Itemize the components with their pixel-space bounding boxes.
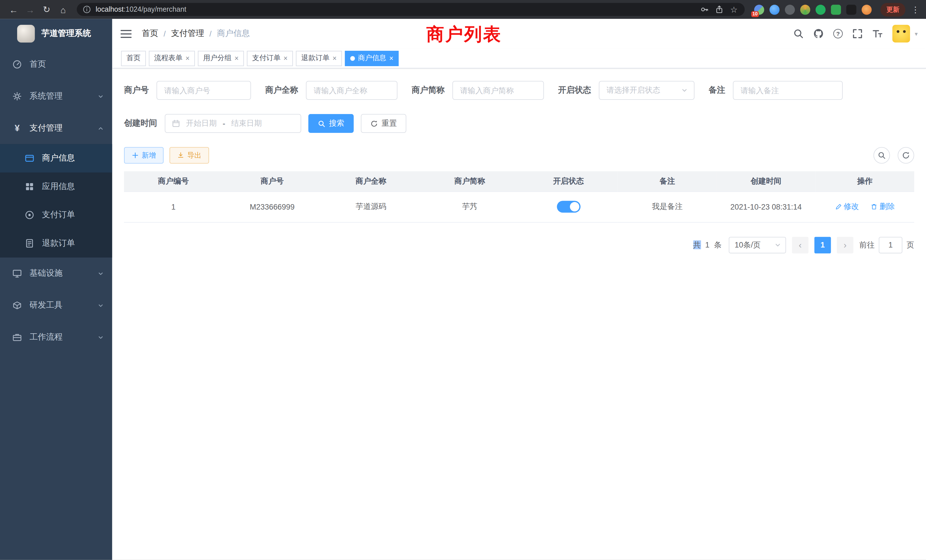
extension-icon-1[interactable]: 10 [754, 5, 764, 15]
search-button[interactable]: 搜索 [308, 114, 354, 133]
back-icon[interactable]: ← [6, 2, 21, 17]
chevron-down-icon [97, 270, 104, 277]
password-key-icon[interactable] [701, 5, 709, 14]
tab-merchant-info[interactable]: 商户信息 × [345, 50, 399, 66]
column-header: 创建时间 [717, 171, 816, 191]
address-bar[interactable]: localhost :1024/pay/merchant ☆ [77, 3, 745, 16]
reset-button-label: 重置 [381, 118, 397, 129]
status-select[interactable]: 请选择开启状态 [599, 81, 694, 100]
search-icon[interactable] [793, 28, 804, 39]
avatar-caret-icon[interactable]: ▾ [915, 30, 918, 37]
tab-process-form[interactable]: 流程表单 × [149, 50, 195, 66]
github-icon[interactable] [813, 28, 824, 39]
share-icon[interactable] [715, 5, 723, 14]
create-time-range-picker[interactable]: 开始日期 - 结束日期 [165, 114, 301, 133]
chevron-down-icon [97, 302, 104, 309]
goto-page-input[interactable] [879, 237, 902, 253]
sidebar-item-app-info[interactable]: 应用信息 [0, 173, 112, 201]
merchant-no-input[interactable] [156, 81, 251, 100]
column-header: 开启状态 [519, 171, 618, 191]
sidebar-item-home[interactable]: 首页 [0, 48, 112, 80]
sidebar-item-dev-tools[interactable]: 研发工具 [0, 289, 112, 321]
status-toggle[interactable] [557, 201, 581, 212]
column-header: 操作 [816, 171, 914, 191]
browser-update-button[interactable]: 更新 [881, 3, 905, 16]
sidebar-item-refund-order[interactable]: 退款订单 [0, 229, 112, 257]
tab-close-icon[interactable]: × [389, 55, 393, 62]
sidebar-item-merchant-info[interactable]: 商户信息 [0, 144, 112, 172]
page-size-value: 10条/页 [735, 239, 761, 250]
sidebar-item-label: 商户信息 [42, 153, 104, 163]
reset-button[interactable]: 重置 [361, 114, 407, 133]
extension-icon-4[interactable] [800, 5, 810, 15]
browser-menu-icon[interactable]: ⋮ [911, 5, 920, 14]
add-button[interactable]: 新增 [124, 147, 163, 163]
tab-home[interactable]: 首页 [121, 50, 146, 66]
extension-icon-5[interactable] [816, 5, 826, 15]
extension-icon-7[interactable] [846, 5, 856, 15]
tab-refund-order[interactable]: 退款订单 × [296, 50, 342, 66]
sidebar-item-label: 退款订单 [42, 238, 104, 249]
sidebar-item-pay-order[interactable]: 支付订单 [0, 201, 112, 229]
sidebar-item-system[interactable]: 系统管理 [0, 80, 112, 112]
tab-close-icon[interactable]: × [235, 55, 239, 62]
breadcrumb-payment[interactable]: 支付管理 [171, 28, 204, 39]
filter-label-merchant-no: 商户号 [124, 85, 149, 95]
prev-page-button[interactable]: ‹ [792, 237, 808, 253]
delete-link[interactable]: 删除 [871, 201, 895, 212]
page-size-select[interactable]: 10条/页 [729, 237, 786, 253]
bookmark-star-icon[interactable]: ☆ [730, 5, 738, 14]
status-select-placeholder: 请选择开启状态 [607, 85, 660, 95]
tab-close-icon[interactable]: × [185, 55, 189, 62]
refresh-button[interactable] [898, 147, 914, 163]
forward-icon[interactable]: → [23, 2, 38, 17]
column-header: 商户全称 [322, 171, 420, 191]
extension-icon-3[interactable] [785, 5, 795, 15]
extension-icon-2[interactable] [770, 5, 779, 15]
tab-close-icon[interactable]: × [333, 55, 337, 62]
font-size-icon[interactable] [872, 28, 883, 39]
sidebar-item-label: 研发工具 [30, 300, 97, 310]
payment-submenu: 商户信息 应用信息 支付订单 [0, 144, 112, 257]
toggle-search-button[interactable] [873, 147, 890, 163]
start-date-placeholder: 开始日期 [186, 118, 217, 129]
sidebar-item-payment[interactable]: ¥ 支付管理 [0, 112, 112, 144]
sidebar-item-workflow[interactable]: 工作流程 [0, 321, 112, 353]
fullscreen-icon[interactable] [852, 28, 863, 39]
tab-user-group[interactable]: 用户分组 × [198, 50, 244, 66]
merchant-page: 商户号 商户全称 商户简称 开启状态 请选择开启状态 [112, 68, 926, 560]
extension-icon-8[interactable] [862, 5, 872, 15]
edit-link[interactable]: 修改 [835, 201, 859, 212]
app-header: 首页 / 支付管理 / 商户信息 ? [112, 19, 926, 48]
remark-input[interactable] [733, 81, 843, 100]
help-icon[interactable]: ? [833, 29, 843, 38]
user-avatar[interactable] [892, 25, 910, 42]
site-info-icon[interactable] [83, 5, 91, 14]
tab-pay-order[interactable]: 支付订单 × [247, 50, 293, 66]
logo-avatar [17, 25, 35, 42]
merchant-short-name-input[interactable] [452, 81, 544, 100]
search-button-label: 搜索 [329, 118, 344, 129]
delete-link-label: 删除 [879, 201, 895, 212]
add-button-label: 新增 [142, 150, 156, 160]
extension-icon-6[interactable] [831, 5, 841, 15]
hamburger-icon[interactable] [121, 29, 132, 38]
dashboard-icon [12, 60, 22, 69]
logo[interactable]: 芋道管理系统 [0, 19, 112, 48]
url-host: localhost [96, 5, 124, 14]
next-page-button[interactable]: › [837, 237, 853, 253]
reload-icon[interactable]: ↻ [39, 2, 54, 17]
box-icon [12, 301, 22, 310]
sidebar-item-infra[interactable]: 基础设施 [0, 257, 112, 289]
export-button[interactable]: 导出 [169, 147, 209, 163]
tab-close-icon[interactable]: × [283, 55, 287, 62]
page-1-button[interactable]: 1 [814, 237, 831, 253]
merchant-full-name-input[interactable] [306, 81, 398, 100]
goto-suffix: 页 [906, 239, 914, 250]
tab-bar: 首页 流程表单 × 用户分组 × 支付订单 × 退款订单 × [112, 48, 926, 68]
filter-label-full-name: 商户全称 [265, 85, 298, 95]
breadcrumb-home[interactable]: 首页 [142, 28, 158, 39]
cell-remark: 我是备注 [618, 191, 716, 222]
cell-short-name: 芋艿 [420, 191, 519, 222]
home-icon[interactable]: ⌂ [56, 2, 71, 17]
